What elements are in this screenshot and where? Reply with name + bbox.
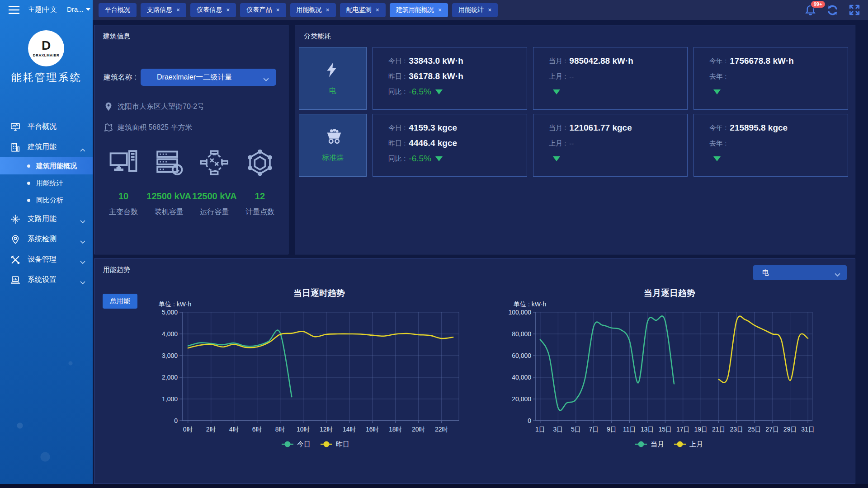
energy-dashboard: { "topbar": { "theme_label": "主题|中文", "u… xyxy=(0,0,868,488)
notification-badge: 99+ xyxy=(810,0,826,9)
tab-配电监测[interactable]: 配电监测× xyxy=(340,3,386,17)
metric-label: 同比 : xyxy=(388,155,406,163)
tab-close-icon[interactable]: × xyxy=(376,7,379,13)
x-tick-label: 17日 xyxy=(676,426,690,433)
metric-label: 上月 : xyxy=(549,72,566,81)
metric-label: 昨日 : xyxy=(388,139,406,148)
theme-language-switch[interactable]: 主题|中文 xyxy=(28,5,57,14)
tab-label: 仪表信息 xyxy=(197,6,222,14)
sidebar-subitem-同比分析[interactable]: 同比分析 xyxy=(0,192,93,209)
sidebar-item-支路用能[interactable]: 支路用能 xyxy=(0,209,93,229)
legend-item-今日[interactable]: 今日 xyxy=(282,440,311,448)
sidebar-subitem-建筑用能概况[interactable]: 建筑用能概况 xyxy=(0,157,93,174)
sidebar-subitem-用能统计[interactable]: 用能统计 xyxy=(0,174,93,192)
metric-line: 上月 :-- xyxy=(549,69,687,84)
legend-item-昨日[interactable]: 昨日 xyxy=(321,440,349,448)
metric-label: 今日 : xyxy=(388,124,406,132)
sidebar-item-平台概况[interactable]: 平台概况 xyxy=(0,117,93,137)
hamburger-menu-icon[interactable] xyxy=(8,5,20,15)
x-tick-label: 23日 xyxy=(730,426,743,433)
tab-close-icon[interactable]: × xyxy=(176,7,180,13)
bullet-icon xyxy=(27,164,30,168)
tab-仪表信息[interactable]: 仪表信息× xyxy=(190,3,236,17)
building-icon xyxy=(10,142,20,152)
sidebar-item-label: 平台概况 xyxy=(28,122,57,131)
refresh-icon[interactable] xyxy=(826,4,839,16)
tab-支路信息[interactable]: 支路信息× xyxy=(141,3,186,17)
topbar-icons: 99+ xyxy=(804,0,861,20)
building-info-title: 建筑信息 xyxy=(103,32,130,41)
x-tick-label: 29日 xyxy=(783,426,797,433)
stat-label: 装机容量 xyxy=(155,207,184,217)
building-area: 建筑面积 56825 平方米 xyxy=(118,123,192,132)
stat-value: 12500 kVA xyxy=(146,191,191,202)
tab-平台概况[interactable]: 平台概况 xyxy=(99,3,137,17)
chevron-down-icon xyxy=(835,271,840,275)
metric-label: 上月 : xyxy=(549,139,566,148)
x-tick-label: 3日 xyxy=(553,426,563,433)
tools-icon xyxy=(10,255,20,265)
bottom-edge-strip xyxy=(0,484,868,488)
category-name: 标准煤 xyxy=(322,153,344,163)
building-name-label: 建筑名称 : xyxy=(104,73,137,82)
x-tick-label: 11日 xyxy=(623,426,636,433)
sidebar-item-系统设置[interactable]: 系统设置 xyxy=(0,270,93,290)
tab-close-icon[interactable]: × xyxy=(488,7,491,13)
x-tick-label: 12时 xyxy=(320,426,333,433)
building-name-select[interactable]: Draexlmaier一二级计量 xyxy=(141,69,276,86)
legend-item-上月[interactable]: 上月 xyxy=(674,440,703,448)
metric-line: 上月 :-- xyxy=(549,136,687,151)
metric-label: 当月 : xyxy=(549,124,566,132)
x-tick-label: 31日 xyxy=(801,426,815,433)
category-data-cell: 今年 :1756678.8 kW·h去年 : xyxy=(693,47,848,110)
user-dropdown[interactable]: Dra... xyxy=(67,5,90,13)
tab-close-icon[interactable]: × xyxy=(326,7,330,13)
sidebar-item-label: 设备管理 xyxy=(28,255,57,264)
y-tick-label: 80,000 xyxy=(512,330,531,338)
energy-type-select[interactable]: 电 xyxy=(753,265,847,280)
tab-用能概况[interactable]: 用能概况× xyxy=(290,3,336,17)
y-tick-label: 4,000 xyxy=(162,330,178,338)
location-icon xyxy=(10,235,20,244)
tab-close-icon[interactable]: × xyxy=(226,7,230,13)
metric-line: 当月 :121061.77 kgce xyxy=(549,120,687,136)
trend-down-icon xyxy=(713,89,721,94)
sidebar-item-设备管理[interactable]: 设备管理 xyxy=(0,249,93,270)
y-tick-label: 3,000 xyxy=(162,352,178,359)
sidebar-menu: 平台概况建筑用能建筑用能概况用能统计同比分析支路用能系统检测设备管理系统设置 xyxy=(0,117,93,290)
stat-运行容量: 12500 kVA运行容量 xyxy=(192,150,237,217)
metric-line: 今年 :215895.8 kgce xyxy=(709,120,848,136)
tab-close-icon[interactable]: × xyxy=(276,7,279,13)
sidebar-item-建筑用能[interactable]: 建筑用能 xyxy=(0,137,93,157)
metric-value: 4159.3 kgce xyxy=(409,123,457,133)
fullscreen-icon[interactable] xyxy=(849,4,861,16)
legend-item-当月[interactable]: 当月 xyxy=(635,440,664,448)
category-data-cell: 今日 :33843.0 kW·h昨日 :36178.8 kW·h同比 :-6.5… xyxy=(373,47,527,110)
tab-用能统计[interactable]: 用能统计× xyxy=(452,3,498,17)
metric-line xyxy=(549,151,687,166)
y-tick-label: 0 xyxy=(174,417,178,424)
metric-line: 今年 :1756678.8 kW·h xyxy=(709,53,848,69)
x-tick-label: 18时 xyxy=(389,426,402,433)
x-tick-label: 2时 xyxy=(206,426,216,433)
y-tick-label: 60,000 xyxy=(512,352,531,359)
branch-icon xyxy=(10,214,20,224)
x-tick-label: 14时 xyxy=(343,426,356,433)
sidebar-item-系统检测[interactable]: 系统检测 xyxy=(0,229,93,249)
tab-仪表产品[interactable]: 仪表产品× xyxy=(240,3,286,17)
tab-建筑用能概况[interactable]: 建筑用能概况× xyxy=(390,3,448,17)
area-outline-icon xyxy=(104,122,113,133)
tab-close-icon[interactable]: × xyxy=(438,7,442,13)
server-clock-icon xyxy=(155,150,183,178)
metric-value: 33843.0 kW·h xyxy=(409,56,463,66)
notification-bell-icon[interactable]: 99+ xyxy=(804,4,816,16)
x-tick-label: 22时 xyxy=(435,426,448,433)
y-tick-label: 100,000 xyxy=(508,309,531,316)
tab-label: 建筑用能概况 xyxy=(396,6,434,14)
x-tick-label: 20时 xyxy=(412,426,425,433)
x-tick-label: 1日 xyxy=(535,426,545,433)
metric-label: 去年 : xyxy=(709,72,726,81)
tab-label: 支路信息 xyxy=(147,6,172,14)
total-energy-button[interactable]: 总用能 xyxy=(103,294,137,309)
metric-line: 同比 :-6.5% xyxy=(388,84,527,99)
